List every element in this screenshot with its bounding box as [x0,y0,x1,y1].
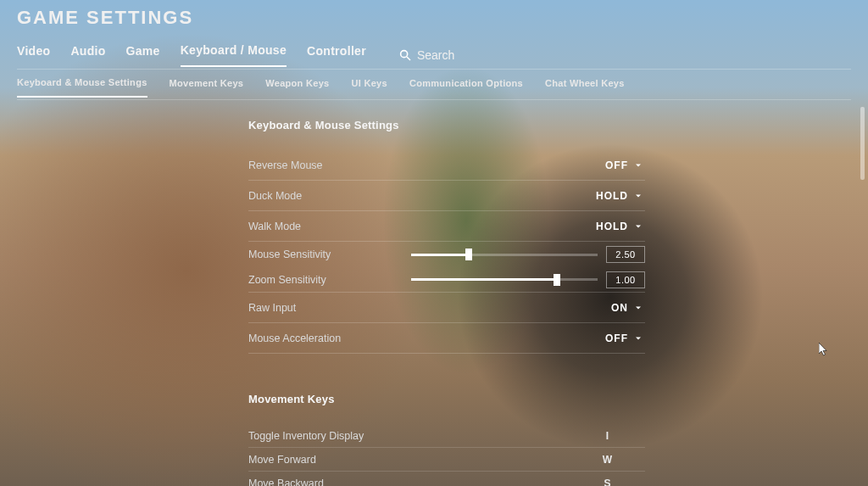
section-title-km: Keyboard & Mouse Settings [248,119,645,131]
reverse-mouse-dropdown[interactable]: OFF [598,156,645,175]
zoom-sensitivity-slider[interactable] [411,278,598,281]
setting-raw-input: Raw Input ON [248,293,645,323]
mouse-sensitivity-slider[interactable] [411,254,598,256]
vertical-scrollbar[interactable] [860,102,865,466]
chevron-down-icon [633,333,643,344]
setting-label: Mouse Acceleration [248,332,598,344]
tab-keyboard-mouse[interactable]: Keyboard / Mouse [181,43,287,67]
binding-move-forward[interactable]: Move Forward W [248,448,645,472]
subtab-chat-wheel[interactable]: Chat Wheel Keys [545,78,625,97]
binding-label: Toggle Inventory Display [248,430,570,442]
setting-label: Mouse Sensitivity [248,249,411,260]
setting-duck-mode: Duck Mode HOLD [248,181,645,211]
setting-label: Raw Input [248,302,604,314]
setting-zoom-sensitivity: Zoom Sensitivity 1.00 [248,267,645,293]
main-tabs: Video Audio Game Keyboard / Mouse Contro… [17,41,851,70]
raw-input-dropdown[interactable]: ON [604,299,645,317]
subtab-weapon-keys[interactable]: Weapon Keys [265,78,329,97]
binding-key[interactable]: S [570,478,645,487]
chevron-down-icon [633,160,643,170]
binding-label: Move Forward [248,454,570,466]
mouse-acceleration-dropdown[interactable]: OFF [598,329,645,348]
setting-label: Walk Mode [248,221,589,232]
dropdown-value: ON [611,302,628,314]
binding-toggle-inventory[interactable]: Toggle Inventory Display I [248,424,645,448]
subtab-km-settings[interactable]: Keyboard & Mouse Settings [17,77,147,98]
dropdown-value: HOLD [596,190,628,202]
tab-video[interactable]: Video [17,44,50,66]
setting-label: Duck Mode [248,190,589,202]
page-title: GAME SETTINGS [17,7,193,29]
dropdown-value: OFF [605,159,628,171]
zoom-sensitivity-value[interactable]: 1.00 [606,271,645,288]
dropdown-value: OFF [605,332,628,344]
binding-move-backward[interactable]: Move Backward S [248,472,645,486]
scrollbar-thumb[interactable] [860,107,865,180]
section-title-movement: Movement Keys [248,393,645,405]
chevron-down-icon [633,221,643,232]
setting-reverse-mouse: Reverse Mouse OFF [248,150,645,181]
tab-audio[interactable]: Audio [70,44,105,66]
setting-label: Reverse Mouse [248,159,598,171]
sub-tabs: Keyboard & Mouse Settings Movement Keys … [17,75,851,100]
mouse-sensitivity-value[interactable]: 2.50 [606,246,645,263]
svg-point-0 [401,50,408,57]
setting-mouse-sensitivity: Mouse Sensitivity 2.50 [248,242,645,267]
search-label: Search [417,48,454,62]
chevron-down-icon [633,191,643,201]
binding-label: Move Backward [248,478,570,487]
duck-mode-dropdown[interactable]: HOLD [589,187,645,205]
dropdown-value: HOLD [596,221,628,232]
search-button[interactable]: Search [398,48,454,62]
setting-mouse-acceleration: Mouse Acceleration OFF [248,323,645,354]
setting-walk-mode: Walk Mode HOLD [248,211,645,242]
svg-line-1 [407,57,410,60]
tab-game[interactable]: Game [126,44,160,66]
chevron-down-icon [633,303,643,313]
tab-controller[interactable]: Controller [307,44,366,66]
search-icon [398,48,412,62]
subtab-ui-keys[interactable]: UI Keys [351,78,387,97]
walk-mode-dropdown[interactable]: HOLD [589,217,645,236]
binding-key[interactable]: I [570,430,645,442]
binding-key[interactable]: W [570,454,645,466]
setting-label: Zoom Sensitivity [248,274,411,286]
subtab-communication[interactable]: Communication Options [409,78,523,97]
subtab-movement-keys[interactable]: Movement Keys [170,78,244,97]
settings-scroll-area[interactable]: Keyboard & Mouse Settings Reverse Mouse … [0,102,868,486]
